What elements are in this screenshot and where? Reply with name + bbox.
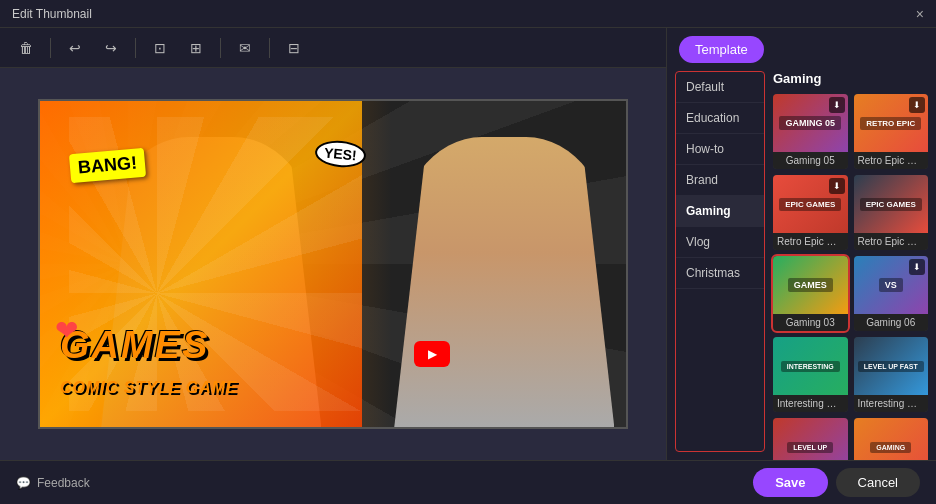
template-card-retro-2[interactable]: EPIC GAMES ⬇ Retro Epic Games... xyxy=(773,175,848,250)
template-card-mosai-1[interactable]: INTERESTING Interesting Mosai... xyxy=(773,337,848,412)
editor-area: 🗑 ↩ ↪ ⊡ ⊞ ✉ ⊟ xyxy=(0,28,936,460)
template-label-gaming-03: Gaming 03 xyxy=(773,314,848,331)
category-item-default[interactable]: Default xyxy=(676,72,764,103)
separator-2 xyxy=(135,38,136,58)
thumb-heart-icon: ❤ xyxy=(55,314,78,347)
template-card-mosai-4[interactable]: GAMING Interesting Mosai... xyxy=(854,418,929,460)
category-item-christmas[interactable]: Christmas xyxy=(676,258,764,289)
template-card-gaming-03[interactable]: GAMES Gaming 03 xyxy=(773,256,848,331)
template-thumb-mosai-2: LEVEL UP FAST xyxy=(854,337,929,395)
separator-1 xyxy=(50,38,51,58)
category-item-vlog[interactable]: Vlog xyxy=(676,227,764,258)
templates-grid: GAMING 05 ⬇ Gaming 05 RETRO EPIC ⬇ Retro… xyxy=(773,94,928,460)
templates-grid-area: Gaming GAMING 05 ⬇ Gaming 05 R xyxy=(765,63,936,460)
template-card-retro-3[interactable]: EPIC GAMES Retro Epic Games... xyxy=(854,175,929,250)
download-icon-retro-2[interactable]: ⬇ xyxy=(829,178,845,194)
save-button[interactable]: Save xyxy=(753,468,827,497)
template-tab-bar: Template xyxy=(667,28,936,63)
template-label-retro-2: Retro Epic Games... xyxy=(773,233,848,250)
template-label-retro-3: Retro Epic Games... xyxy=(854,233,929,250)
template-thumb-mosai-1: INTERESTING xyxy=(773,337,848,395)
left-area: 🗑 ↩ ↪ ⊡ ⊞ ✉ ⊟ xyxy=(0,28,666,460)
template-thumb-retro-3: EPIC GAMES xyxy=(854,175,929,233)
download-icon-retro-1[interactable]: ⬇ xyxy=(909,97,925,113)
template-card-mosai-2[interactable]: LEVEL UP FAST Interesting Mosai... xyxy=(854,337,929,412)
thumb-youtube-icon xyxy=(414,341,450,367)
canvas-wrapper: BANG! YES! GAMES COMIC STYLE GAME ❤ xyxy=(38,99,628,429)
app-wrapper: Edit Thumbnail × 🗑 ↩ ↪ ⊡ ⊞ ✉ ⊟ xyxy=(0,0,936,504)
canvas-image: BANG! YES! GAMES COMIC STYLE GAME ❤ xyxy=(40,101,626,427)
redo-icon[interactable]: ↪ xyxy=(97,34,125,62)
template-label-gaming-05: Gaming 05 xyxy=(773,152,848,169)
toolbar: 🗑 ↩ ↪ ⊡ ⊞ ✉ ⊟ xyxy=(0,28,666,68)
template-card-gaming-05[interactable]: GAMING 05 ⬇ Gaming 05 xyxy=(773,94,848,169)
thumb-subtitle: COMIC STYLE GAME xyxy=(60,379,238,397)
title-bar: Edit Thumbnail × xyxy=(0,0,936,28)
crop-icon[interactable]: ⊡ xyxy=(146,34,174,62)
delete-icon[interactable]: 🗑 xyxy=(12,34,40,62)
undo-icon[interactable]: ↩ xyxy=(61,34,89,62)
template-label-mosai-1: Interesting Mosai... xyxy=(773,395,848,412)
feedback-label: Feedback xyxy=(37,476,90,490)
template-thumb-mosai-3: LEVEL UP xyxy=(773,418,848,460)
download-icon-gaming-05[interactable]: ⬇ xyxy=(829,97,845,113)
separator-4 xyxy=(269,38,270,58)
thumb-main-title: GAMES xyxy=(60,324,209,367)
feedback-icon: 💬 xyxy=(16,476,31,490)
bottom-bar: 💬 Feedback Save Cancel xyxy=(0,460,936,504)
close-icon[interactable]: × xyxy=(916,6,924,22)
character-right xyxy=(394,137,614,427)
template-label-retro-1: Retro Epic Games... xyxy=(854,152,929,169)
template-label-mosai-2: Interesting Mosai... xyxy=(854,395,929,412)
canvas-area: BANG! YES! GAMES COMIC STYLE GAME ❤ xyxy=(0,68,666,460)
panel-content: Default Education How-to Brand Gaming Vl… xyxy=(667,63,936,460)
flip-icon[interactable]: ⊞ xyxy=(182,34,210,62)
download-icon-gaming-06[interactable]: ⬇ xyxy=(909,259,925,275)
category-item-gaming[interactable]: Gaming xyxy=(676,196,764,227)
template-card-gaming-06[interactable]: VS ⬇ Gaming 06 xyxy=(854,256,929,331)
template-card-mosai-3[interactable]: LEVEL UP Interesting Mosai... xyxy=(773,418,848,460)
category-item-education[interactable]: Education xyxy=(676,103,764,134)
right-panel: Template Default Education How-to Brand … xyxy=(666,28,936,460)
category-list: Default Education How-to Brand Gaming Vl… xyxy=(675,71,765,452)
template-label-gaming-06: Gaming 06 xyxy=(854,314,929,331)
category-item-brand[interactable]: Brand xyxy=(676,165,764,196)
title-bar-title: Edit Thumbnail xyxy=(12,7,92,21)
template-tab[interactable]: Template xyxy=(679,36,764,63)
category-item-how-to[interactable]: How-to xyxy=(676,134,764,165)
bottom-right-buttons: Save Cancel xyxy=(753,468,920,497)
template-thumb-mosai-4: GAMING xyxy=(854,418,929,460)
separator-3 xyxy=(220,38,221,58)
cancel-button[interactable]: Cancel xyxy=(836,468,920,497)
layout-icon[interactable]: ⊟ xyxy=(280,34,308,62)
template-thumb-gaming-03: GAMES xyxy=(773,256,848,314)
mail-icon[interactable]: ✉ xyxy=(231,34,259,62)
section-title: Gaming xyxy=(773,71,928,86)
feedback-button[interactable]: 💬 Feedback xyxy=(16,476,90,490)
template-card-retro-1[interactable]: RETRO EPIC ⬇ Retro Epic Games... xyxy=(854,94,929,169)
